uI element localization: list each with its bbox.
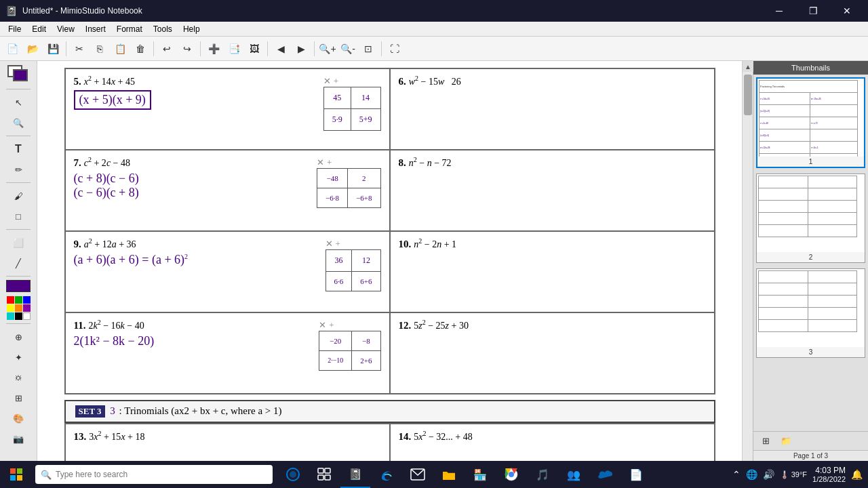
tool-magnify[interactable]: 🔍 bbox=[6, 113, 31, 132]
taskbar-mail[interactable] bbox=[403, 461, 433, 488]
color-orange[interactable] bbox=[15, 304, 22, 312]
tool-text[interactable]: T bbox=[6, 140, 31, 159]
color-black[interactable] bbox=[15, 312, 22, 320]
weather-widget[interactable]: 🌡️ 39°F bbox=[780, 470, 807, 479]
tool-eraser[interactable]: ⬜ bbox=[6, 233, 31, 252]
color-yellow[interactable] bbox=[7, 304, 14, 312]
minimize-button[interactable]: ─ bbox=[764, 0, 795, 22]
toolbar-save[interactable]: 💾 bbox=[43, 39, 62, 58]
color-red[interactable] bbox=[7, 296, 14, 304]
problem-8-cell: 8. n2 − n − 72 bbox=[390, 150, 715, 231]
menu-view[interactable]: View bbox=[52, 23, 80, 35]
p5-tl: 45 bbox=[323, 87, 351, 109]
tool-select[interactable]: ↖ bbox=[6, 93, 31, 112]
tool-extra5[interactable]: 🎨 bbox=[6, 409, 31, 428]
close-button[interactable]: ✕ bbox=[831, 0, 863, 22]
p11-xy-table: −20 −8 2·−10 2+6 bbox=[319, 331, 380, 371]
tool-shapes[interactable]: □ bbox=[6, 207, 31, 226]
toolbar-delete[interactable]: 🗑 bbox=[131, 39, 150, 58]
color-preview[interactable] bbox=[6, 64, 31, 84]
taskbar-fileexplorer[interactable] bbox=[434, 461, 464, 488]
thumbnail-3[interactable]: 3 bbox=[756, 268, 865, 358]
toolbar-zoom-in[interactable]: 🔍+ bbox=[318, 39, 337, 58]
taskbar-acrobat[interactable]: 📄 bbox=[621, 461, 651, 488]
table-row-56: 5. x2 + 14x + 45 (x + 5)(x + 9) bbox=[65, 68, 715, 150]
tool-pen[interactable]: ✏ bbox=[6, 160, 31, 179]
problem-7-content: 7. c2 + 2c − 48 (c + 8)(c − 6) (c − 6)(c… bbox=[74, 156, 139, 200]
toolbar-zoom-fit[interactable]: ⊡ bbox=[359, 39, 378, 58]
color-main[interactable] bbox=[6, 280, 31, 292]
taskbar-teams[interactable]: 👥 bbox=[559, 461, 589, 488]
toolbar-paste[interactable]: 📋 bbox=[111, 39, 130, 58]
panel-grid-icon[interactable]: ⊞ bbox=[756, 432, 775, 451]
vertical-scrollbar[interactable]: ▲ ▼ bbox=[742, 61, 753, 472]
tray-volume[interactable]: 🔊 bbox=[763, 469, 774, 480]
toolbar-sep2 bbox=[153, 41, 154, 56]
tool-extra4[interactable]: ⊞ bbox=[6, 388, 31, 407]
vscroll-thumb[interactable] bbox=[744, 75, 752, 115]
tray-network[interactable]: 🌐 bbox=[746, 469, 757, 480]
toolbar-gallery[interactable]: 🖼 bbox=[245, 39, 264, 58]
tool-extra2[interactable]: ✦ bbox=[6, 348, 31, 367]
taskbar-taskview[interactable] bbox=[309, 461, 339, 488]
toolbar-add-page[interactable]: ➕ bbox=[204, 39, 223, 58]
maximize-button[interactable]: ❒ bbox=[797, 0, 829, 22]
toolbar-open[interactable]: 📂 bbox=[23, 39, 42, 58]
tool-extra1[interactable]: ⊕ bbox=[6, 327, 31, 346]
vscroll-up[interactable]: ▲ bbox=[743, 61, 753, 72]
tool-brush[interactable]: 🖌 bbox=[6, 186, 31, 205]
toolbar-copy[interactable]: ⎘ bbox=[90, 39, 109, 58]
thumbnails-header: Thumbnails bbox=[753, 61, 868, 75]
tool-extra6[interactable]: 📷 bbox=[6, 429, 31, 448]
taskbar-app6[interactable]: 🏪 bbox=[465, 461, 495, 488]
clock[interactable]: 4:03 PM 1/28/2022 bbox=[812, 466, 846, 483]
toolbar-fullscreen[interactable]: ⛶ bbox=[385, 39, 404, 58]
toolbar-cut[interactable]: ✂ bbox=[70, 39, 89, 58]
toolbar-zoom-out[interactable]: 🔍- bbox=[338, 39, 357, 58]
color-green[interactable] bbox=[15, 296, 22, 304]
toolbar-sep6 bbox=[381, 41, 382, 56]
start-button[interactable] bbox=[0, 461, 33, 488]
tray-notifications[interactable]: 🔔 bbox=[851, 469, 863, 480]
menu-insert[interactable]: Insert bbox=[80, 23, 111, 35]
problem-6-cell: 6. w2 − 15w 26 bbox=[390, 68, 715, 150]
p9-br: 6+6 bbox=[352, 272, 380, 291]
taskbar-chrome[interactable] bbox=[496, 461, 526, 488]
toolbar-new[interactable]: 📄 bbox=[3, 39, 22, 58]
menu-help[interactable]: Help bbox=[178, 23, 205, 35]
menu-file[interactable]: File bbox=[3, 23, 26, 35]
thumbnail-2[interactable]: 2 bbox=[756, 174, 865, 263]
taskbar-app8[interactable]: 🎵 bbox=[528, 461, 557, 488]
tool-line[interactable]: ╱ bbox=[6, 253, 31, 272]
set3-num: 3 bbox=[110, 405, 115, 416]
menu-tools[interactable]: Tools bbox=[148, 23, 178, 35]
color-cyan[interactable] bbox=[7, 312, 14, 320]
problem-11-answer: 2(1k² − 8k − 20) bbox=[74, 334, 155, 348]
tray-arrow[interactable]: ⌃ bbox=[732, 469, 741, 480]
toolbar-add-page2[interactable]: 📑 bbox=[224, 39, 243, 58]
menu-edit[interactable]: Edit bbox=[26, 23, 52, 35]
toolbar-redo[interactable]: ↪ bbox=[178, 39, 197, 58]
search-input[interactable] bbox=[56, 470, 267, 479]
color-white[interactable] bbox=[23, 312, 31, 320]
taskbar-edge[interactable] bbox=[372, 461, 401, 488]
search-bar[interactable]: 🔍 bbox=[35, 465, 273, 484]
taskbar-cortana[interactable] bbox=[278, 461, 308, 488]
color-blue[interactable] bbox=[23, 296, 31, 304]
taskbar-right: ⌃ 🌐 🔊 🌡️ 39°F 4:03 PM 1/28/2022 🔔 bbox=[732, 466, 868, 483]
toolbar-undo[interactable]: ↩ bbox=[157, 39, 176, 58]
problems-table: 5. x2 + 14x + 45 (x + 5)(x + 9) bbox=[64, 68, 715, 394]
taskbar-mimio[interactable]: 📓 bbox=[340, 461, 370, 488]
tool-sep5 bbox=[6, 323, 31, 324]
panel-folder-icon[interactable]: 📁 bbox=[776, 432, 795, 451]
svg-rect-6 bbox=[318, 468, 323, 473]
taskbar-onedrive[interactable] bbox=[590, 461, 620, 488]
thumbnail-1[interactable]: Factoring Trinomials x²+14x+45w²-15w+26 … bbox=[756, 77, 865, 168]
menu-format[interactable]: Format bbox=[111, 23, 148, 35]
thumb2-pagenum: 2 bbox=[757, 252, 865, 262]
edge-icon bbox=[379, 467, 394, 482]
tool-extra3[interactable]: ⛭ bbox=[6, 368, 31, 387]
color-purple[interactable] bbox=[23, 304, 31, 312]
toolbar-next-page[interactable]: ▶ bbox=[292, 39, 311, 58]
toolbar-prev-page[interactable]: ◀ bbox=[271, 39, 290, 58]
